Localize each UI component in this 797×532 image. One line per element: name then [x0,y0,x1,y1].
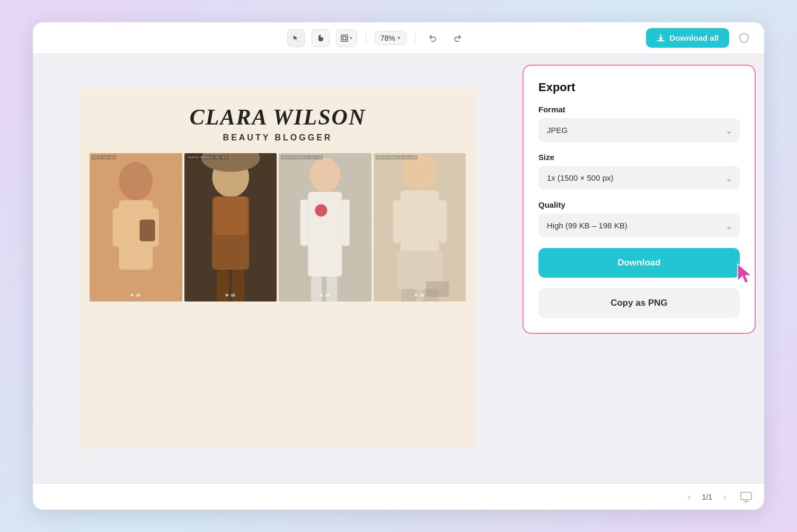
format-select[interactable]: JPEG PNG SVG PDF [538,118,740,142]
svg-rect-19 [308,192,342,277]
format-field-group: Format JPEG PNG SVG PDF ⌄ [538,105,740,142]
size-select[interactable]: 1x (1500 × 500 px) 2x (3000 × 1000 px) 0… [538,166,740,190]
app-container: ▾ 78% ▾ [33,22,764,510]
svg-rect-0 [341,35,348,41]
page-navigation: ‹ 1/1 › [682,490,732,504]
redo-btn[interactable] [448,29,466,47]
photo-play-bar-2: ▶▮▮ [226,292,235,297]
format-label: Format [538,105,740,114]
photo-label-3: PHOTO 400VC-3 3:4 3:3 [281,155,323,159]
svg-rect-21 [311,277,322,302]
download-all-label: Download all [669,33,719,42]
canvas-subtitle: BEAUTY BLOGGER [223,133,333,143]
svg-rect-7 [113,208,122,247]
zoom-control[interactable]: 78% ▾ [375,31,406,45]
quality-field-group: Quality High (99 KB – 198 KB) Medium (50… [538,200,740,237]
toolbar: ▾ 78% ▾ [33,22,764,54]
toolbar-right: Download all [646,28,754,48]
frame-tool-btn[interactable]: ▾ [336,29,357,47]
svg-point-3 [119,162,153,200]
design-canvas: CLARA WILSON BEAUTY BLOGGER VC-3 2:4 3:3 [79,88,476,449]
svg-rect-9 [140,219,155,241]
svg-rect-32 [439,200,447,243]
hand-tool-btn[interactable] [312,29,330,47]
zoom-value: 78% [380,34,395,42]
svg-rect-34 [741,492,751,500]
quality-select[interactable]: High (99 KB – 198 KB) Medium (50 KB – 99… [538,214,740,237]
svg-rect-22 [326,277,337,302]
export-panel: Export Format JPEG PNG SVG PDF ⌄ Size [523,65,756,334]
photo-item-1[interactable]: VC-3 2:4 3:3 ▶▮▮ [90,153,182,302]
canvas-area: CLARA WILSON BEAUTY BLOGGER VC-3 2:4 3:3 [33,54,523,483]
select-tool-btn[interactable] [287,29,305,47]
size-label: Size [538,153,740,162]
photo-strip: VC-3 2:4 3:3 ▶▮▮ [90,153,466,302]
svg-rect-31 [393,200,401,243]
zoom-chevron: ▾ [397,34,401,41]
photo-play-bar-3: ▶▮▮ [320,292,330,297]
export-title: Export [538,81,740,94]
format-select-wrapper: JPEG PNG SVG PDF ⌄ [538,118,740,142]
photo-item-4[interactable]: PHOTO 400VC-3 3:4 2:4 [374,153,466,302]
svg-rect-33 [426,281,449,297]
svg-rect-14 [214,197,247,235]
download-all-button[interactable]: Download all [646,28,729,48]
undo-btn[interactable] [424,29,442,47]
photo-label-4: PHOTO 400VC-3 3:4 2:4 [376,155,418,159]
frame-chevron: ▾ [350,35,352,41]
copy-png-button[interactable]: Copy as PNG [538,288,740,318]
svg-point-18 [309,158,340,192]
size-select-wrapper: 1x (1500 × 500 px) 2x (3000 × 1000 px) 0… [538,166,740,190]
photo-play-bar-4: ▶▮▮ [415,292,424,297]
download-button[interactable]: Download [538,248,740,278]
prev-page-btn[interactable]: ‹ [682,490,697,504]
toolbar-separator-1 [366,32,366,45]
photo-item-2[interactable]: PHOTO 400VC-3 3:4 3:3 ▶▮▮ [184,153,277,302]
size-field-group: Size 1x (1500 × 500 px) 2x (3000 × 1000 … [538,153,740,190]
download-btn-wrapper: Download [538,248,740,278]
page-indicator: 1/1 [702,493,712,501]
cursor-indicator [736,262,755,287]
main-content: CLARA WILSON BEAUTY BLOGGER VC-3 2:4 3:3 [33,54,764,483]
display-icon[interactable] [739,490,754,504]
canvas-title: CLARA WILSON [190,104,366,130]
svg-point-20 [315,204,327,216]
toolbar-center: ▾ 78% ▾ [107,29,646,47]
svg-rect-24 [342,200,350,246]
toolbar-separator-2 [415,32,415,45]
quality-select-wrapper: High (99 KB – 198 KB) Medium (50 KB – 99… [538,214,740,237]
photo-play-bar-1: ▶▮▮ [131,292,140,297]
svg-rect-1 [343,37,346,40]
photo-item-3[interactable]: PHOTO 400VC-3 3:4 3:3 ▶ [279,153,371,302]
svg-rect-29 [401,289,417,302]
shield-button[interactable] [734,29,754,48]
quality-label: Quality [538,200,740,209]
photo-label-2: PHOTO 400VC-3 3:4 3:3 [187,155,228,159]
svg-rect-27 [400,190,439,252]
bottom-bar: ‹ 1/1 › [33,483,764,510]
svg-rect-23 [300,200,308,246]
photo-label-1: VC-3 2:4 3:3 [92,155,116,159]
next-page-btn[interactable]: › [718,490,732,504]
